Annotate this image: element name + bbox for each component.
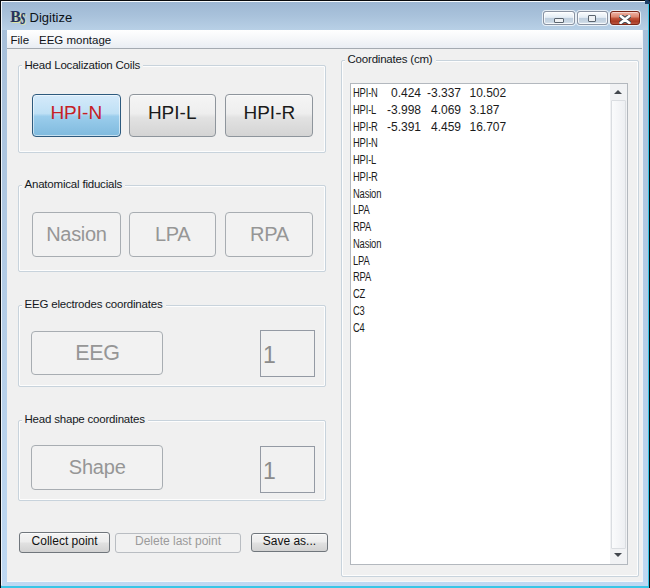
svg-text:s: s — [20, 6, 26, 26]
svg-text:B: B — [10, 8, 21, 25]
